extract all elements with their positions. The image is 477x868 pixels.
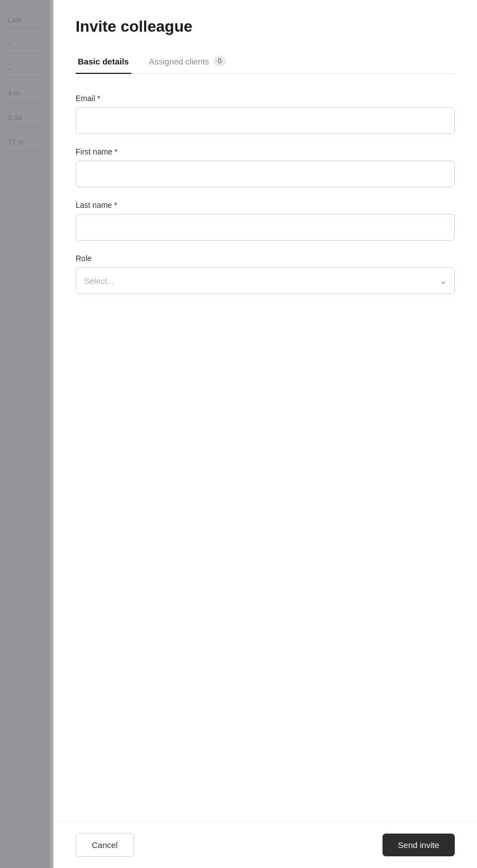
modal-title: Invite colleague xyxy=(76,18,455,36)
modal-header: Invite colleague Basic details Assigned … xyxy=(53,0,477,74)
email-form-group: Email * xyxy=(76,94,455,134)
first-name-input[interactable] xyxy=(76,161,455,187)
role-select-wrapper: Select... ⌄ xyxy=(76,267,455,294)
tab-assigned-clients[interactable]: Assigned clients 0 xyxy=(147,49,228,73)
tab-basic-details-label: Basic details xyxy=(78,57,129,66)
last-name-label: Last name * xyxy=(76,201,455,209)
send-invite-button[interactable]: Send invite xyxy=(382,834,455,856)
role-label: Role xyxy=(76,254,455,263)
first-name-label: First name * xyxy=(76,147,455,156)
tab-basic-details[interactable]: Basic details xyxy=(76,49,131,73)
modal-footer: Cancel Send invite xyxy=(53,821,477,868)
modal-overlay: Invite colleague Basic details Assigned … xyxy=(0,0,477,868)
email-label: Email * xyxy=(76,94,455,103)
role-select[interactable]: Select... xyxy=(76,267,455,294)
cancel-button[interactable]: Cancel xyxy=(76,833,134,857)
modal-body: Email * First name * Last name * Role Se… xyxy=(53,74,477,821)
tabs-container: Basic details Assigned clients 0 xyxy=(76,49,455,74)
email-input[interactable] xyxy=(76,107,455,134)
first-name-form-group: First name * xyxy=(76,147,455,187)
last-name-input[interactable] xyxy=(76,214,455,241)
tab-assigned-clients-label: Assigned clients xyxy=(149,57,209,66)
assigned-clients-badge: 0 xyxy=(213,56,226,67)
modal-panel: Invite colleague Basic details Assigned … xyxy=(53,0,477,868)
last-name-form-group: Last name * xyxy=(76,201,455,241)
role-form-group: Role Select... ⌄ xyxy=(76,254,455,294)
